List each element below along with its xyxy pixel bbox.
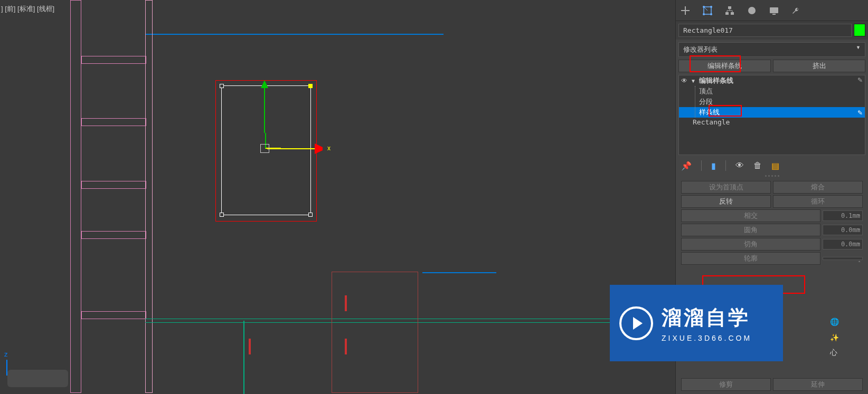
modifier-list-dropdown[interactable]: 修改器列表 <box>678 42 865 57</box>
delete-icon[interactable]: 🗑 <box>753 161 762 170</box>
edit-spline-button[interactable]: 编辑样条线 <box>678 60 771 72</box>
fillet-button[interactable]: 圆角 <box>681 224 820 236</box>
cycle-button[interactable]: 循环 <box>773 195 863 208</box>
watermark-subtitle: ZIXUE.3D66.COM <box>662 334 752 342</box>
viewport-label[interactable]: ] [前] [标准] [线框] <box>1 4 54 14</box>
gizmo-x-label: x <box>327 145 331 152</box>
vertex-handle-first[interactable] <box>308 84 313 88</box>
svg-point-1 <box>703 6 705 8</box>
tool-icon-2[interactable]: ✨ <box>830 333 841 344</box>
utilities-tab-icon[interactable] <box>790 4 803 17</box>
fillet-spinner[interactable]: 0.0mm <box>823 225 863 235</box>
panel-split-grip[interactable] <box>676 174 868 178</box>
modifier-stack[interactable]: 👁▼编辑样条线✎ 顶点 分段 样条线 Rectangle ✎ <box>678 75 865 155</box>
svg-point-8 <box>748 7 756 14</box>
gizmo-center[interactable] <box>260 144 269 153</box>
stack-sub-spline[interactable]: 样条线 <box>679 107 865 118</box>
svg-point-4 <box>710 13 712 15</box>
geom-redmark-3 <box>249 339 251 354</box>
edit-icon[interactable]: ✎ <box>857 109 863 117</box>
svg-rect-5 <box>728 6 731 9</box>
extend-button[interactable]: 延伸 <box>773 378 863 391</box>
gizmo-x-arrow[interactable] <box>315 143 325 154</box>
center-label: 心 <box>830 348 841 359</box>
object-color-swatch[interactable] <box>854 24 865 36</box>
watermark-overlay: 溜溜自学 ZIXUE.3D66.COM <box>610 285 783 361</box>
viewport-nav-control[interactable] <box>7 370 68 387</box>
gizmo-y-arrow[interactable] <box>261 80 268 88</box>
create-tab-icon[interactable] <box>679 4 692 17</box>
extrude-button[interactable]: 挤出 <box>773 60 865 72</box>
geom-green-v <box>243 321 244 394</box>
show-result-icon[interactable]: 👁 <box>735 161 744 170</box>
edit-icon[interactable]: ✎ <box>857 76 863 84</box>
stack-item-editspline[interactable]: 编辑样条线 <box>699 76 733 85</box>
geom-shelf-h3 <box>81 181 146 189</box>
geom-shelf-h1 <box>81 56 146 64</box>
gizmo-y-axis[interactable] <box>264 85 265 133</box>
eye-icon[interactable]: 👁 <box>681 77 691 84</box>
reverse-button[interactable]: 反转 <box>681 195 771 208</box>
geom-line-blue-2 <box>422 272 496 273</box>
pin-icon[interactable]: 📌 <box>681 161 692 171</box>
stack-toolbar: 📌 ▮ 👁 🗑 ▤ <box>676 158 868 174</box>
geom-shelf-h2 <box>81 118 146 126</box>
motion-tab-icon[interactable] <box>746 4 758 17</box>
outline-spinner[interactable] <box>823 257 863 260</box>
stack-sub-vertex[interactable]: 顶点 <box>679 86 865 97</box>
object-name-field[interactable]: Rectangle017 <box>678 24 852 37</box>
display-tab-icon[interactable] <box>768 4 780 17</box>
geom-shelf-h5 <box>81 311 146 319</box>
viewport-front[interactable]: ] [前] [标准] [线框] x z <box>0 0 676 394</box>
svg-point-2 <box>710 6 712 8</box>
geom-shelf-vert <box>70 0 81 393</box>
chamfer-button[interactable]: 切角 <box>681 238 820 251</box>
chamfer-spinner[interactable]: 0.0mm <box>823 239 863 249</box>
svg-rect-9 <box>770 7 778 13</box>
outline-button[interactable]: 轮廓 <box>681 252 820 265</box>
trim-button[interactable]: 修剪 <box>681 378 771 391</box>
svg-point-3 <box>703 13 705 15</box>
weld-button[interactable]: 熔合 <box>773 181 863 194</box>
stack-item-base[interactable]: Rectangle <box>679 118 865 127</box>
play-icon <box>619 306 653 340</box>
geom-shelf-vert-2 <box>145 0 153 393</box>
tool-icon-1[interactable]: 🌐 <box>830 318 841 328</box>
world-axis-z-label: z <box>4 350 8 358</box>
svg-rect-10 <box>772 14 776 15</box>
svg-rect-7 <box>731 12 734 15</box>
watermark-title: 溜溜自学 <box>662 304 752 331</box>
svg-rect-6 <box>725 12 729 15</box>
parameters-rollout: 设为首顶点熔合 反转循环 相交0.1mm 圆角0.0mm 切角0.0mm 轮廓 <box>676 178 868 270</box>
hierarchy-tab-icon[interactable] <box>723 4 736 17</box>
first-vertex-button[interactable]: 设为首顶点 <box>681 181 771 194</box>
vertex-handle[interactable] <box>220 84 224 88</box>
geom-redmark-1 <box>345 295 347 311</box>
intersect-button[interactable]: 相交 <box>681 209 820 222</box>
vertex-handle[interactable] <box>220 213 224 217</box>
vertex-handle[interactable] <box>308 213 313 217</box>
intersect-spinner[interactable]: 0.1mm <box>823 210 863 221</box>
geom-redmark-2 <box>345 339 347 354</box>
geom-line-blue-1 <box>145 34 444 35</box>
options-icon[interactable]: ▤ <box>771 161 779 171</box>
modify-tab-icon[interactable] <box>701 4 714 17</box>
panel-tabs <box>676 0 868 21</box>
stack-sub-segment[interactable]: 分段 <box>679 97 865 107</box>
geom-red-box <box>332 272 418 393</box>
config-icon[interactable]: ▮ <box>711 161 716 171</box>
geom-shelf-h4 <box>81 231 146 239</box>
